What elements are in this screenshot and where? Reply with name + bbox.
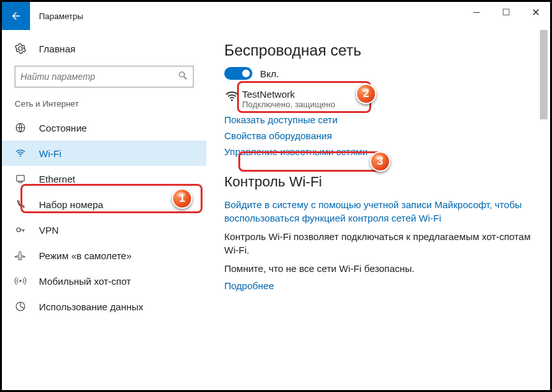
nav-wifi[interactable]: Wi-Fi [2, 140, 206, 166]
nav-dialup[interactable]: Набор номера [2, 192, 206, 217]
section-header: Сеть и Интернет [2, 96, 206, 115]
nav-airplane[interactable]: Режим «в самолете» [2, 243, 206, 268]
ethernet-icon [15, 173, 27, 185]
svg-point-0 [180, 72, 185, 77]
globe-icon [15, 122, 27, 133]
link-manage-known[interactable]: Управление известными сетями [224, 146, 542, 157]
minimize-button[interactable]: ─ [462, 2, 491, 22]
nav-status[interactable]: Состояние [2, 115, 206, 140]
scrollbar[interactable] [539, 30, 548, 388]
window-controls: ─ ☐ ✕ [462, 2, 550, 22]
home-label: Главная [39, 43, 75, 54]
airplane-icon [15, 250, 27, 261]
arrow-left-icon [10, 10, 22, 22]
nav-vpn[interactable]: VPN [2, 217, 206, 243]
network-status: Подключено, защищено [242, 100, 335, 109]
hotspot-icon [15, 275, 27, 287]
nav-label: Режим «в самолете» [39, 250, 132, 261]
section-heading: Контроль Wi-Fi [224, 174, 542, 190]
sidebar: Главная Сеть и Интернет Состояние Wi-Fi … [2, 30, 206, 390]
wifi-signal-icon [224, 89, 242, 107]
svg-point-3 [20, 156, 21, 157]
nav-label: Wi-Fi [39, 148, 61, 159]
nav-ethernet[interactable]: Ethernet [2, 166, 206, 192]
nav-label: Использование данных [39, 301, 143, 312]
content-pane: Беспроводная сеть Вкл. TestNetwork Подкл… [206, 30, 550, 390]
search-box[interactable] [15, 66, 194, 87]
titlebar: Параметры ─ ☐ ✕ [2, 2, 550, 30]
wifi-toggle-row: Вкл. [224, 67, 542, 80]
svg-point-8 [231, 100, 233, 102]
back-button[interactable] [2, 2, 30, 30]
nav-hotspot[interactable]: Мобильный хот-спот [2, 268, 206, 294]
window-title: Параметры [39, 11, 83, 21]
wifi-toggle[interactable] [224, 67, 252, 80]
nav-label: Набор номера [39, 199, 103, 210]
home-nav[interactable]: Главная [2, 36, 206, 61]
wifi-toggle-label: Вкл. [260, 68, 279, 79]
svg-line-1 [184, 77, 187, 79]
network-name: TestNetwork [242, 89, 335, 100]
link-signin[interactable]: Войдите в систему с помощью учетной запи… [224, 198, 542, 225]
gear-icon [15, 43, 27, 54]
nav-label: VPN [39, 225, 59, 236]
connected-network[interactable]: TestNetwork Подключено, защищено [224, 89, 542, 109]
link-more[interactable]: Подробнее [224, 280, 542, 291]
link-hardware-properties[interactable]: Свойства оборудования [224, 130, 542, 141]
nav-label: Состояние [39, 123, 87, 133]
vpn-icon [15, 224, 27, 236]
search-icon [178, 70, 188, 83]
body-text-2: Помните, что не все сети Wi-Fi безопасны… [224, 262, 542, 275]
nav-label: Мобильный хот-спот [39, 276, 131, 287]
svg-point-5 [17, 228, 20, 232]
svg-point-6 [20, 280, 22, 282]
wifi-icon [15, 147, 27, 159]
maximize-button[interactable]: ☐ [491, 2, 521, 22]
dialup-icon [15, 199, 27, 210]
link-available-networks[interactable]: Показать доступные сети [224, 114, 542, 125]
close-button[interactable]: ✕ [521, 2, 550, 22]
page-heading: Беспроводная сеть [224, 41, 542, 59]
nav-data-usage[interactable]: Использование данных [2, 294, 206, 319]
body-text-1: Контроль Wi-Fi позволяет подключаться к … [224, 230, 542, 257]
scroll-thumb[interactable] [540, 30, 548, 119]
nav-label: Ethernet [39, 174, 75, 185]
data-usage-icon [15, 301, 27, 312]
svg-rect-4 [17, 176, 24, 181]
search-input[interactable] [20, 72, 178, 82]
